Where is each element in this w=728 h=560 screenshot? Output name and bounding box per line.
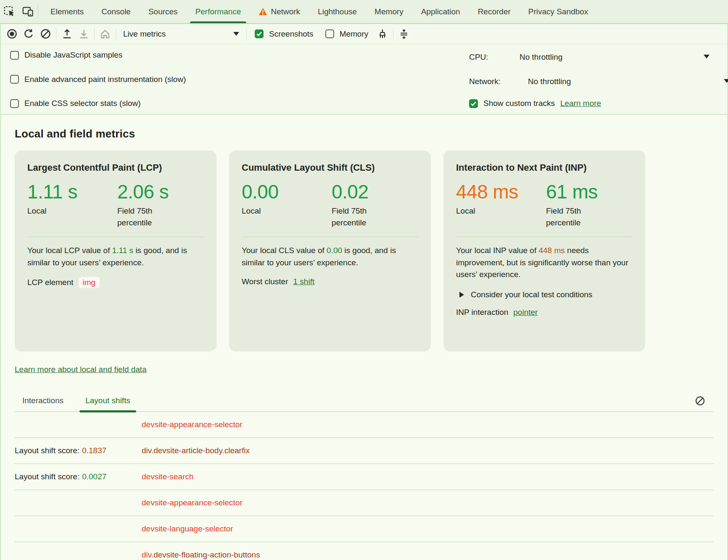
tab-elements[interactable]: Elements [42,0,92,24]
collapse-panel-icon[interactable] [396,26,412,42]
checkbox-unchecked-icon [10,75,19,84]
history-dropdown[interactable]: Live metrics [118,26,244,42]
cls-card-title: Cumulative Layout Shift (CLS) [242,162,418,173]
card-divider [456,237,633,237]
toolbar-separator [393,28,393,40]
tab-interactions[interactable]: Interactions [16,390,69,412]
node-link[interactable]: devsite-appearance-selector [142,420,243,429]
card-divider [242,237,418,237]
tab-application[interactable]: Application [412,0,469,24]
record-and-reload-button[interactable] [20,26,37,42]
checkbox-unchecked-icon [10,99,19,108]
chevron-down-icon [724,79,728,83]
toolbar-separator [94,28,95,40]
node-link[interactable]: devsite-search [142,472,194,481]
worst-cluster-link[interactable]: 1 shift [293,277,315,286]
lcp-description: Your local LCP value of 1.11 s is good, … [27,245,204,269]
cls-description: Your local CLS value of 0.00 is good, an… [242,245,418,269]
tab-console[interactable]: Console [92,0,140,24]
metrics-heading: Local and field metrics [15,127,713,140]
home-icon[interactable] [97,26,113,42]
lcp-local-value: 1.11 s [27,182,107,202]
toolbar-separator [246,28,247,40]
toolbar-separator [56,28,56,40]
layout-shift-log: devsite-appearance-selector Layout shift… [15,412,713,560]
screenshots-checkbox[interactable]: Screenshots [255,29,314,39]
lcp-field-value: 2.06 s [117,182,204,202]
shift-score: 0.0027 [82,472,106,481]
shift-score: 0.1837 [82,446,106,455]
layout-shift-row: Layout shift score:0.1837 div.devsite-ar… [15,438,713,464]
live-metrics-view: Local and field metrics Largest Contentf… [1,115,727,560]
local-test-conditions-disclosure[interactable]: Consider your local test conditions [456,290,633,299]
tab-sources[interactable]: Sources [140,0,187,24]
cpu-throttling-select[interactable]: CPU: No throttling [469,50,727,64]
chevron-down-icon [233,32,239,36]
layout-shift-row: devsite-language-selector [15,516,713,542]
tab-memory[interactable]: Memory [366,0,412,24]
inspect-element-icon[interactable] [0,3,18,21]
checkbox-unchecked-icon [325,29,334,38]
layout-shift-row: Layout shift score:0.0027 devsite-search [15,464,713,490]
inp-local-block: 448 ms Local [456,182,536,228]
node-link[interactable]: div.devsite-article-body.clearfix [142,446,250,455]
tab-network[interactable]: Network [250,0,309,24]
lcp-local-block: 1.11 s Local [27,182,107,228]
clear-log-icon[interactable] [691,392,708,409]
device-toolbar-icon[interactable] [18,3,37,21]
learn-more-link[interactable]: Learn more [560,99,601,108]
cls-local-value: 0.00 [242,182,322,202]
network-throttling-select[interactable]: Network: No throttling [469,75,727,88]
lcp-card-title: Largest Contentful Paint (LCP) [27,162,204,173]
inp-field-value: 61 ms [546,182,633,202]
css-selector-stats-checkbox[interactable]: Enable CSS selector stats (slow) [10,99,186,108]
tab-performance[interactable]: Performance [187,0,250,24]
node-link[interactable]: devsite-appearance-selector [142,498,243,507]
card-divider [27,237,204,237]
record-button[interactable] [3,26,20,42]
inp-card: Interaction to Next Paint (INP) 448 ms L… [443,151,645,351]
collect-garbage-icon[interactable] [374,26,391,42]
devtools-tabbar: Elements Console Sources Performance Net… [0,0,728,24]
performance-toolbar: Live metrics Screenshots Memory [1,24,727,44]
advanced-paint-instrumentation-checkbox[interactable]: Enable advanced paint instrumentation (s… [10,75,186,84]
load-profile-icon[interactable] [58,26,75,42]
devtools-performance-panel: Elements Console Sources Performance Net… [0,0,728,560]
capture-settings: Disable JavaScript samples Enable advanc… [1,44,727,115]
node-link[interactable]: devsite-language-selector [142,524,233,533]
cls-local-block: 0.00 Local [242,182,322,228]
lcp-card: Largest Contentful Paint (LCP) 1.11 s Lo… [15,151,216,351]
memory-checkbox[interactable]: Memory [325,29,369,39]
expand-triangle-icon [459,292,464,298]
disable-js-samples-checkbox[interactable]: Disable JavaScript samples [10,50,186,60]
show-custom-tracks-checkbox[interactable] [469,99,478,108]
learn-more-field-data-link[interactable]: Learn more about local and field data [15,365,147,374]
chevron-down-icon [704,55,710,58]
checkbox-checked-icon [255,29,264,38]
checkbox-unchecked-icon [10,51,19,60]
inp-field-block: 61 ms Field 75th percentile [546,182,633,228]
tabbar-separator [38,5,38,18]
tab-layout-shifts[interactable]: Layout shifts [79,390,136,412]
inp-description: Your local INP value of 448 ms needs imp… [456,245,633,281]
layout-shift-row: devsite-appearance-selector [15,490,713,516]
cls-card: Cumulative Layout Shift (CLS) 0.00 Local… [229,151,431,351]
warning-icon [258,8,267,16]
cls-field-block: 0.02 Field 75th percentile [332,182,418,228]
tab-privacy-sandbox[interactable]: Privacy Sandbox [520,0,597,24]
lcp-field-block: 2.06 s Field 75th percentile [117,182,204,228]
tab-lighthouse[interactable]: Lighthouse [309,0,366,24]
clear-button[interactable] [37,26,54,42]
cls-field-value: 0.02 [332,182,418,202]
lcp-element-node-chip[interactable]: img [79,277,100,288]
save-profile-icon[interactable] [75,26,92,42]
inp-card-title: Interaction to Next Paint (INP) [456,162,633,173]
tab-recorder[interactable]: Recorder [469,0,520,24]
layout-shift-row: devsite-appearance-selector [15,412,713,438]
toolbar-separator [116,28,116,40]
layout-shift-row: div.devsite-floating-action-buttons [15,542,713,560]
inp-local-value: 448 ms [456,182,536,202]
node-link[interactable]: div.devsite-floating-action-buttons [142,550,260,559]
inp-interaction-link[interactable]: pointer [513,308,538,317]
metric-cards: Largest Contentful Paint (LCP) 1.11 s Lo… [15,151,645,351]
